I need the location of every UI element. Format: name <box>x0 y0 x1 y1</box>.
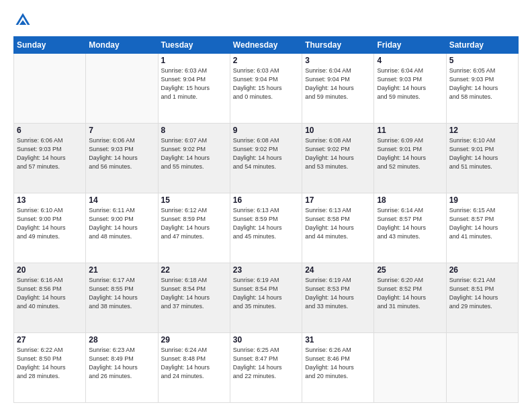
calendar-cell: 21Sunrise: 6:17 AM Sunset: 8:55 PM Dayli… <box>86 263 158 333</box>
day-number: 25 <box>377 265 443 275</box>
day-number: 13 <box>17 195 83 205</box>
day-info: Sunrise: 6:11 AM Sunset: 9:00 PM Dayligh… <box>89 206 154 241</box>
calendar-cell: 11Sunrise: 6:09 AM Sunset: 9:01 PM Dayli… <box>374 124 446 193</box>
day-info: Sunrise: 6:03 AM Sunset: 9:04 PM Dayligh… <box>161 66 227 101</box>
day-number: 27 <box>17 335 83 345</box>
day-info: Sunrise: 6:20 AM Sunset: 8:52 PM Dayligh… <box>377 276 443 311</box>
day-info: Sunrise: 6:23 AM Sunset: 8:49 PM Dayligh… <box>89 346 154 381</box>
calendar-cell: 30Sunrise: 6:25 AM Sunset: 8:47 PM Dayli… <box>230 333 302 403</box>
day-number: 16 <box>233 195 299 205</box>
day-info: Sunrise: 6:10 AM Sunset: 9:00 PM Dayligh… <box>17 206 83 241</box>
calendar-week-row: 13Sunrise: 6:10 AM Sunset: 9:00 PM Dayli… <box>14 193 519 263</box>
calendar-cell: 13Sunrise: 6:10 AM Sunset: 9:00 PM Dayli… <box>14 193 86 263</box>
calendar-cell: 16Sunrise: 6:13 AM Sunset: 8:59 PM Dayli… <box>230 193 302 263</box>
calendar-table: SundayMondayTuesdayWednesdayThursdayFrid… <box>13 36 519 403</box>
calendar-cell: 9Sunrise: 6:08 AM Sunset: 9:02 PM Daylig… <box>230 124 302 193</box>
calendar-cell: 19Sunrise: 6:15 AM Sunset: 8:57 PM Dayli… <box>446 193 518 263</box>
day-info: Sunrise: 6:05 AM Sunset: 9:03 PM Dayligh… <box>449 66 515 101</box>
day-info: Sunrise: 6:09 AM Sunset: 9:01 PM Dayligh… <box>377 136 443 171</box>
calendar-cell: 14Sunrise: 6:11 AM Sunset: 9:00 PM Dayli… <box>86 193 158 263</box>
day-number: 7 <box>89 126 154 135</box>
day-info: Sunrise: 6:22 AM Sunset: 8:50 PM Dayligh… <box>17 346 83 381</box>
calendar-cell: 31Sunrise: 6:26 AM Sunset: 8:46 PM Dayli… <box>302 333 374 403</box>
day-info: Sunrise: 6:03 AM Sunset: 9:04 PM Dayligh… <box>233 66 299 101</box>
day-info: Sunrise: 6:12 AM Sunset: 8:59 PM Dayligh… <box>161 206 227 241</box>
calendar-header-monday: Monday <box>86 37 158 54</box>
day-info: Sunrise: 6:24 AM Sunset: 8:48 PM Dayligh… <box>161 346 227 381</box>
day-info: Sunrise: 6:13 AM Sunset: 8:59 PM Dayligh… <box>233 206 299 241</box>
calendar-cell <box>446 333 518 403</box>
calendar-week-row: 20Sunrise: 6:16 AM Sunset: 8:56 PM Dayli… <box>14 263 519 333</box>
day-info: Sunrise: 6:26 AM Sunset: 8:46 PM Dayligh… <box>305 346 371 381</box>
day-info: Sunrise: 6:25 AM Sunset: 8:47 PM Dayligh… <box>233 346 299 381</box>
day-number: 31 <box>305 335 371 345</box>
day-number: 23 <box>233 265 299 275</box>
calendar-cell <box>374 333 446 403</box>
day-number: 3 <box>305 56 371 65</box>
day-info: Sunrise: 6:08 AM Sunset: 9:02 PM Dayligh… <box>305 136 371 171</box>
calendar-cell: 12Sunrise: 6:10 AM Sunset: 9:01 PM Dayli… <box>446 124 518 193</box>
day-number: 15 <box>161 195 227 205</box>
calendar-cell: 20Sunrise: 6:16 AM Sunset: 8:56 PM Dayli… <box>14 263 86 333</box>
calendar-cell: 18Sunrise: 6:14 AM Sunset: 8:57 PM Dayli… <box>374 193 446 263</box>
day-number: 28 <box>89 335 154 345</box>
day-info: Sunrise: 6:15 AM Sunset: 8:57 PM Dayligh… <box>449 206 515 241</box>
calendar-cell: 25Sunrise: 6:20 AM Sunset: 8:52 PM Dayli… <box>374 263 446 333</box>
day-number: 1 <box>161 56 227 65</box>
day-info: Sunrise: 6:10 AM Sunset: 9:01 PM Dayligh… <box>449 136 515 171</box>
header <box>13 11 519 30</box>
calendar-header-row: SundayMondayTuesdayWednesdayThursdayFrid… <box>14 37 519 54</box>
calendar-cell: 17Sunrise: 6:13 AM Sunset: 8:58 PM Dayli… <box>302 193 374 263</box>
calendar-cell: 8Sunrise: 6:07 AM Sunset: 9:02 PM Daylig… <box>158 124 230 193</box>
logo-icon <box>13 11 32 30</box>
day-info: Sunrise: 6:06 AM Sunset: 9:03 PM Dayligh… <box>17 136 83 171</box>
calendar-cell: 10Sunrise: 6:08 AM Sunset: 9:02 PM Dayli… <box>302 124 374 193</box>
day-number: 24 <box>305 265 371 275</box>
calendar-cell: 4Sunrise: 6:04 AM Sunset: 9:03 PM Daylig… <box>374 54 446 124</box>
day-info: Sunrise: 6:19 AM Sunset: 8:54 PM Dayligh… <box>233 276 299 311</box>
day-number: 5 <box>449 56 515 65</box>
calendar-cell: 6Sunrise: 6:06 AM Sunset: 9:03 PM Daylig… <box>14 124 86 193</box>
calendar-cell: 3Sunrise: 6:04 AM Sunset: 9:04 PM Daylig… <box>302 54 374 124</box>
calendar-cell <box>86 54 158 124</box>
calendar-header-sunday: Sunday <box>14 37 86 54</box>
calendar-cell: 7Sunrise: 6:06 AM Sunset: 9:03 PM Daylig… <box>86 124 158 193</box>
day-number: 18 <box>377 195 443 205</box>
day-number: 12 <box>449 126 515 135</box>
day-info: Sunrise: 6:08 AM Sunset: 9:02 PM Dayligh… <box>233 136 299 171</box>
calendar-cell: 28Sunrise: 6:23 AM Sunset: 8:49 PM Dayli… <box>86 333 158 403</box>
day-info: Sunrise: 6:13 AM Sunset: 8:58 PM Dayligh… <box>305 206 371 241</box>
calendar-cell: 22Sunrise: 6:18 AM Sunset: 8:54 PM Dayli… <box>158 263 230 333</box>
calendar-cell: 15Sunrise: 6:12 AM Sunset: 8:59 PM Dayli… <box>158 193 230 263</box>
day-info: Sunrise: 6:04 AM Sunset: 9:03 PM Dayligh… <box>377 66 443 101</box>
calendar-week-row: 1Sunrise: 6:03 AM Sunset: 9:04 PM Daylig… <box>14 54 519 124</box>
day-number: 4 <box>377 56 443 65</box>
day-number: 19 <box>449 195 515 205</box>
calendar-cell <box>14 54 86 124</box>
day-number: 9 <box>233 126 299 135</box>
day-number: 8 <box>161 126 227 135</box>
day-number: 6 <box>17 126 83 135</box>
calendar-header-friday: Friday <box>374 37 446 54</box>
day-number: 22 <box>161 265 227 275</box>
day-info: Sunrise: 6:14 AM Sunset: 8:57 PM Dayligh… <box>377 206 443 241</box>
calendar-cell: 1Sunrise: 6:03 AM Sunset: 9:04 PM Daylig… <box>158 54 230 124</box>
day-info: Sunrise: 6:06 AM Sunset: 9:03 PM Dayligh… <box>89 136 154 171</box>
calendar-cell: 2Sunrise: 6:03 AM Sunset: 9:04 PM Daylig… <box>230 54 302 124</box>
day-info: Sunrise: 6:18 AM Sunset: 8:54 PM Dayligh… <box>161 276 227 311</box>
calendar-cell: 24Sunrise: 6:19 AM Sunset: 8:53 PM Dayli… <box>302 263 374 333</box>
day-number: 14 <box>89 195 154 205</box>
day-number: 2 <box>233 56 299 65</box>
calendar-cell: 27Sunrise: 6:22 AM Sunset: 8:50 PM Dayli… <box>14 333 86 403</box>
day-number: 29 <box>161 335 227 345</box>
day-number: 11 <box>377 126 443 135</box>
day-number: 17 <box>305 195 371 205</box>
day-number: 30 <box>233 335 299 345</box>
calendar-cell: 29Sunrise: 6:24 AM Sunset: 8:48 PM Dayli… <box>158 333 230 403</box>
page: SundayMondayTuesdayWednesdayThursdayFrid… <box>0 0 532 411</box>
day-info: Sunrise: 6:07 AM Sunset: 9:02 PM Dayligh… <box>161 136 227 171</box>
day-number: 26 <box>449 265 515 275</box>
calendar-cell: 5Sunrise: 6:05 AM Sunset: 9:03 PM Daylig… <box>446 54 518 124</box>
day-number: 20 <box>17 265 83 275</box>
day-info: Sunrise: 6:19 AM Sunset: 8:53 PM Dayligh… <box>305 276 371 311</box>
